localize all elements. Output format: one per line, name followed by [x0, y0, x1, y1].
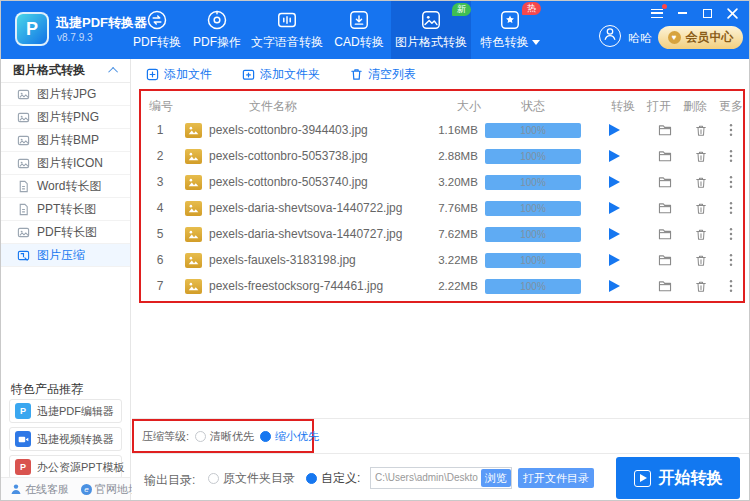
folder-icon — [658, 228, 672, 240]
sidebar-item-image-compress[interactable]: 图片压缩 — [1, 244, 130, 267]
radio-unselected-icon[interactable] — [195, 431, 206, 442]
radio-unselected-icon[interactable] — [208, 473, 219, 484]
file-size: 3.20MB — [431, 169, 485, 195]
app-version: v8.7.9.3 — [57, 32, 93, 43]
more-button[interactable] — [719, 221, 743, 247]
convert-play-button[interactable] — [609, 176, 620, 188]
folder-icon — [658, 254, 672, 266]
delete-button[interactable] — [683, 273, 719, 299]
tab-cad-convert[interactable]: CAD转换 — [327, 1, 391, 59]
progress-bar: 100% — [485, 253, 581, 268]
open-folder-button[interactable] — [647, 117, 683, 143]
radio-size-first[interactable]: 缩小优先 — [260, 429, 319, 444]
username[interactable]: 哈哈 — [628, 30, 652, 47]
sidebar-section-header[interactable]: 图片格式转换 — [1, 59, 130, 83]
compression-label: 压缩等级: — [142, 429, 189, 444]
radio-source-folder[interactable]: 原文件夹目录 — [208, 470, 295, 487]
convert-play-button[interactable] — [609, 228, 620, 240]
more-button[interactable] — [719, 117, 743, 143]
sidebar-item-ppt-to-image[interactable]: PPT转长图 — [1, 198, 130, 221]
close-button[interactable] — [725, 7, 739, 19]
tab-image-format[interactable]: 新 图片格式转换 — [391, 1, 471, 59]
open-folder-button[interactable] — [647, 169, 683, 195]
website-link[interactable]: e 官网地址 — [81, 482, 139, 497]
play-square-icon — [634, 470, 651, 487]
radio-selected-icon[interactable] — [260, 431, 271, 442]
more-vertical-icon — [729, 123, 733, 137]
open-folder-button[interactable] — [647, 247, 683, 273]
clear-list-button[interactable]: 清空列表 — [350, 66, 416, 83]
row-thumb — [179, 247, 207, 273]
output-bar: 输出目录: 原文件夹目录 自定义: 浏览 打开文件目录 开始转换 — [132, 454, 749, 501]
convert-play-button[interactable] — [609, 150, 620, 162]
product-ppt-template[interactable]: P 办公资源PPT模板 — [9, 455, 122, 479]
convert-play-button[interactable] — [609, 202, 620, 214]
convert-play-button[interactable] — [609, 280, 620, 292]
open-folder-button[interactable] — [647, 143, 683, 169]
sidebar-item-word-to-image[interactable]: Word转长图 — [1, 175, 130, 198]
sidebar-item-image-to-bmp[interactable]: 图片转BMP — [1, 129, 130, 152]
delete-button[interactable] — [683, 143, 719, 169]
open-directory-button[interactable]: 打开文件目录 — [518, 468, 594, 488]
row-number: 3 — [141, 169, 179, 195]
app-window: P 迅捷PDF转换器 v8.7.9.3 PDF转换 PDF操作 文字语音转换 — [0, 0, 750, 501]
open-folder-button[interactable] — [647, 221, 683, 247]
convert-play-button[interactable] — [609, 254, 620, 266]
maximize-button[interactable] — [700, 7, 714, 19]
trash-icon — [350, 68, 363, 81]
convert-play-button[interactable] — [609, 124, 620, 136]
sidebar-item-image-to-icon[interactable]: 图片转ICON — [1, 152, 130, 175]
sidebar-item-image-to-jpg[interactable]: 图片转JPG — [1, 83, 130, 106]
tab-special-convert[interactable]: 热 特色转换 — [471, 1, 549, 59]
progress-bar: 100% — [485, 227, 581, 242]
more-button[interactable] — [719, 273, 743, 299]
compress-icon — [17, 249, 30, 262]
delete-button[interactable] — [683, 195, 719, 221]
image-icon — [17, 88, 30, 101]
file-toolbar: 添加文件 添加文件夹 清空列表 — [132, 59, 416, 89]
tab-pdf-convert[interactable]: PDF转换 — [127, 1, 187, 59]
app-menu-button[interactable] — [650, 7, 664, 19]
folder-icon — [658, 176, 672, 188]
pdf-operate-icon — [206, 9, 228, 31]
delete-button[interactable] — [683, 221, 719, 247]
add-folder-button[interactable]: 添加文件夹 — [242, 66, 320, 83]
image-format-icon — [420, 9, 442, 31]
sidebar-item-pdf-to-image[interactable]: PDF转长图 — [1, 221, 130, 244]
radio-custom-folder[interactable]: 自定义: — [306, 470, 360, 487]
product-pdf-editor[interactable]: P 迅捷PDF编辑器 — [9, 399, 122, 423]
logo-letter: P — [26, 19, 38, 40]
image-icon — [17, 157, 30, 170]
delete-button[interactable] — [683, 169, 719, 195]
more-button[interactable] — [719, 169, 743, 195]
customer-service-link[interactable]: 在线客服 — [10, 482, 69, 497]
tab-text-speech[interactable]: 文字语音转换 — [247, 1, 327, 59]
open-folder-button[interactable] — [647, 273, 683, 299]
title-bar: P 迅捷PDF转换器 v8.7.9.3 PDF转换 PDF操作 文字语音转换 — [1, 1, 749, 59]
row-thumb — [179, 169, 207, 195]
tab-label: 特色转换 — [481, 34, 540, 51]
more-button[interactable] — [719, 247, 743, 273]
table-row: 3 pexels-cottonbro-5053740.jpg 3.20MB 10… — [141, 169, 743, 195]
product-video-converter[interactable]: 迅捷视频转换器 — [9, 427, 122, 451]
browse-button[interactable]: 浏览 — [481, 469, 511, 487]
user-avatar[interactable] — [599, 25, 621, 47]
more-button[interactable] — [719, 143, 743, 169]
tab-pdf-operate[interactable]: PDF操作 — [187, 1, 247, 59]
more-button[interactable] — [719, 195, 743, 221]
image-icon — [17, 111, 30, 124]
delete-button[interactable] — [683, 247, 719, 273]
window-controls — [650, 7, 739, 19]
radio-selected-icon[interactable] — [306, 473, 317, 484]
add-file-button[interactable]: 添加文件 — [146, 66, 212, 83]
minimize-button[interactable] — [675, 7, 689, 19]
open-folder-button[interactable] — [647, 195, 683, 221]
start-convert-button[interactable]: 开始转换 — [616, 457, 740, 499]
column-header-convert: 转换 — [611, 98, 635, 115]
sidebar-item-image-to-png[interactable]: 图片转PNG — [1, 106, 130, 129]
vip-center-button[interactable]: ♥ 会员中心 — [658, 26, 743, 49]
row-number: 4 — [141, 195, 179, 221]
radio-clarity-first[interactable]: 清晰优先 — [195, 429, 254, 444]
delete-button[interactable] — [683, 117, 719, 143]
progress-bar: 100% — [485, 149, 581, 164]
